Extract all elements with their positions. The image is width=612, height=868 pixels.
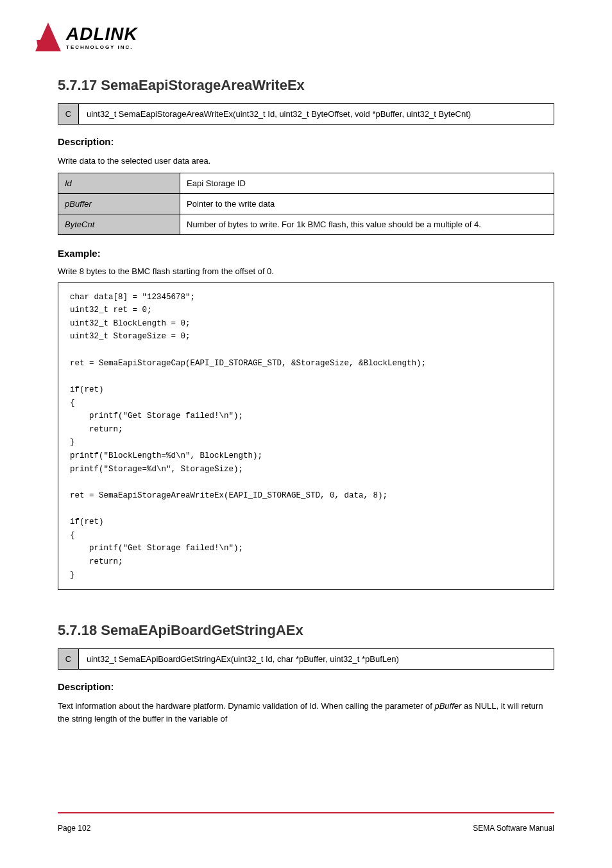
syntax-signature: uint32_t SemaEApiBoardGetStringAEx(uint3… xyxy=(79,649,554,669)
logo-main-text: ADLINK xyxy=(66,24,138,44)
table-row: Id Eapi Storage ID xyxy=(58,173,554,193)
example-heading-1: Example: xyxy=(58,248,554,259)
main-content: 5.7.17 SemaEapiStorageAreaWriteEx C uint… xyxy=(58,77,554,730)
table-row: pBuffer Pointer to the write data xyxy=(58,193,554,214)
desc-part-1: Text information about the hardware plat… xyxy=(58,701,434,711)
param-name-cell: pBuffer xyxy=(58,193,180,214)
syntax-lang-label: C xyxy=(58,649,79,669)
section-1-title: 5.7.17 SemaEapiStorageAreaWriteEx xyxy=(58,77,554,94)
syntax-signature: uint32_t SemaEapiStorageAreaWriteEx(uint… xyxy=(79,104,554,124)
section-2-title: 5.7.18 SemaEApiBoardGetStringAEx xyxy=(58,622,554,639)
page-footer: Page 102 SEMA Software Manual xyxy=(58,824,554,833)
param-desc-cell: Pointer to the write data xyxy=(180,193,554,214)
param-name-cell: Id xyxy=(58,173,180,193)
logo-icon xyxy=(35,22,61,51)
code-example-1: char data[8] = "12345678"; uint32_t ret … xyxy=(58,282,554,591)
param-desc-cell: Eapi Storage ID xyxy=(180,173,554,193)
footer-divider xyxy=(58,812,554,813)
syntax-lang-label: C xyxy=(58,104,79,124)
company-logo: ADLINK TECHNOLOGY INC. xyxy=(35,22,138,51)
description-text-2: Text information about the hardware plat… xyxy=(58,700,554,725)
desc-italic-param: pBuffer xyxy=(434,701,461,711)
description-heading-2: Description: xyxy=(58,681,554,692)
example-intro-1: Write 8 bytes to the BMC flash starting … xyxy=(58,266,554,276)
logo-sub-text: TECHNOLOGY INC. xyxy=(66,44,138,50)
param-name-cell: ByteCnt xyxy=(58,214,180,234)
description-text-1: Write data to the selected user data are… xyxy=(58,155,554,168)
page-number: Page 102 xyxy=(58,824,90,833)
syntax-box-2: C uint32_t SemaEApiBoardGetStringAEx(uin… xyxy=(58,648,554,670)
footer-document-title: SEMA Software Manual xyxy=(473,824,554,833)
logo-text: ADLINK TECHNOLOGY INC. xyxy=(66,24,138,50)
syntax-box-1: C uint32_t SemaEapiStorageAreaWriteEx(ui… xyxy=(58,103,554,125)
description-heading-1: Description: xyxy=(58,136,554,147)
table-row: ByteCnt Number of bytes to write. For 1k… xyxy=(58,214,554,234)
parameter-table-1: Id Eapi Storage ID pBuffer Pointer to th… xyxy=(58,173,554,235)
param-desc-cell: Number of bytes to write. For 1k BMC fla… xyxy=(180,214,554,234)
